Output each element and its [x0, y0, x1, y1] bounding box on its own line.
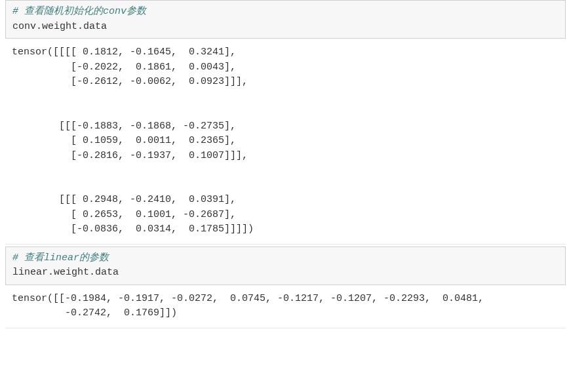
code-comment: # 查看linear的参数: [12, 251, 559, 266]
code-cell-input-2: # 查看linear的参数 linear.weight.data: [5, 246, 566, 285]
output-text: tensor([[-0.1984, -0.1917, -0.0272, 0.07…: [12, 292, 559, 321]
code-line: conv.weight.data: [12, 20, 559, 35]
code-cell-input-1: # 查看随机初始化的conv参数 conv.weight.data: [5, 0, 566, 39]
code-cell-output-1: tensor([[[[ 0.1812, -0.1645, 0.3241], [-…: [5, 39, 566, 245]
code-line: linear.weight.data: [12, 265, 559, 281]
code-cell-output-2: tensor([[-0.1984, -0.1917, -0.0272, 0.07…: [5, 285, 566, 328]
output-text: tensor([[[[ 0.1812, -0.1645, 0.3241], [-…: [12, 45, 559, 237]
code-comment: # 查看随机初始化的conv参数: [12, 5, 559, 20]
